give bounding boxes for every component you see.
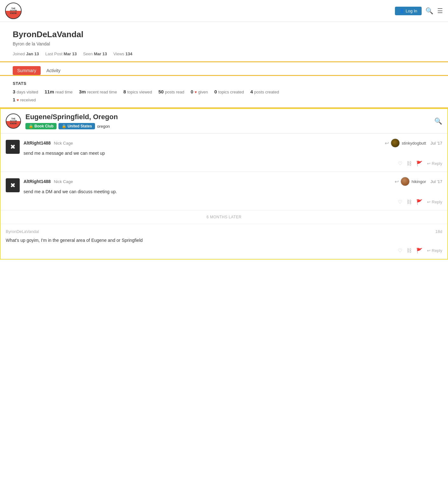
stat-read-time: 11m read time	[44, 89, 72, 94]
reply-avatar-stinky	[391, 139, 400, 147]
post-1-actions: ♡ ⛓ 🚩 ↩ Reply	[24, 160, 442, 167]
post-1-meta: AltRight1488 Nick Cage ↩ stinkydogbutt J…	[24, 139, 442, 147]
meta-last-post: Last Post Mar 13	[45, 51, 77, 56]
post-late-author[interactable]: ByronDeLaVandal	[6, 229, 39, 234]
lock-icon-us: 🔒	[62, 124, 66, 128]
lock-icon: 🔒	[29, 124, 33, 128]
post-2-display-name: Nick Cage	[54, 179, 73, 184]
reply-avatar-hiking	[401, 177, 410, 186]
post-2-content: send me a DM and we can discuss meeting …	[24, 188, 442, 195]
post-2: ✖ AltRight1488 Nick Cage ↩ hikingor Jul …	[1, 172, 447, 210]
reply-icon-late: ↩	[427, 248, 431, 253]
stat-days-visited: 3 days visited	[13, 89, 38, 94]
post-1: ✖ AltRight1488 Nick Cage ↩ stinkydogbutt…	[1, 133, 447, 172]
profile-meta: Joined Jan 13 Last Post Mar 13 Seen Mar …	[13, 51, 435, 56]
post-1-body: AltRight1488 Nick Cage ↩ stinkydogbutt J…	[24, 139, 442, 167]
post-1-like-button[interactable]: ♡	[398, 160, 402, 167]
post-2-actions: ♡ ⛓ 🚩 ↩ Reply	[24, 199, 442, 205]
post-late-bookmark-button[interactable]: 🚩	[416, 248, 423, 254]
stats-row-main: 3 days visited 11m read time 3m recent r…	[13, 89, 435, 94]
login-icon: 👤	[399, 9, 404, 13]
post-2-avatar: ✖	[6, 178, 20, 192]
stat-topics-viewed: 8 topics viewed	[123, 89, 152, 94]
reply-icon-1: ↩	[427, 161, 431, 166]
tag-oregon[interactable]: oregon	[97, 124, 110, 129]
stat-given: 0 ♥ given	[191, 89, 208, 94]
tag-united-states[interactable]: 🔒 United States	[58, 123, 95, 129]
post-1-avatar-symbol: ✖	[10, 143, 16, 151]
tab-summary[interactable]: Summary	[13, 66, 41, 75]
post-late-like-button[interactable]: ♡	[398, 248, 402, 254]
profile-section: ByronDeLaVandal Byron de la Vandal Joine…	[0, 22, 448, 62]
post-1-reply-button[interactable]: ↩ Reply	[427, 161, 442, 166]
stats-heading: STATS	[13, 81, 435, 86]
post-1-link-button[interactable]: ⛓	[407, 161, 412, 167]
post-late-header: ByronDeLaVandal 18d	[6, 229, 442, 234]
forum-logo: THEGOYIMKNOW	[6, 113, 21, 129]
post-2-author[interactable]: AltRight1488	[24, 179, 51, 184]
forum-section: THEGOYIMKNOW Eugene/Springfield, Oregon …	[0, 108, 448, 260]
tab-activity[interactable]: Activity	[42, 66, 65, 75]
reply-label-1: Reply	[432, 161, 442, 166]
reply-arrow-icon-1: ↩	[385, 140, 389, 146]
header-actions: 👤 Log In 🔍 ☰	[395, 7, 443, 15]
stat-posts-read: 50 posts read	[159, 89, 184, 94]
post-2-reply-button[interactable]: ↩ Reply	[427, 200, 442, 204]
forum-tags: 🔒 Book Club 🔒 United States oregon	[25, 123, 430, 129]
stat-received: 1 ♥ received	[13, 97, 36, 102]
meta-joined: Joined Jan 13	[13, 51, 39, 56]
post-late-content: What's up goyim, I'm in the general area…	[6, 237, 442, 244]
meta-views: Views 134	[113, 51, 132, 56]
post-2-layout: ✖ AltRight1488 Nick Cage ↩ hikingor Jul …	[6, 177, 442, 205]
login-button[interactable]: 👤 Log In	[395, 7, 422, 15]
post-1-author[interactable]: AltRight1488	[24, 140, 51, 146]
post-1-bookmark-button[interactable]: 🚩	[416, 160, 423, 167]
search-button[interactable]: 🔍	[425, 7, 433, 15]
post-1-avatar: ✖	[6, 140, 20, 154]
reply-arrow-icon-2: ↩	[395, 179, 399, 185]
site-header: THEGOYIMKNOW 👤 Log In 🔍 ☰	[0, 0, 448, 22]
reply-icon-2: ↩	[427, 200, 431, 204]
post-2-reply-to: hikingor	[411, 179, 426, 184]
login-label: Log In	[406, 9, 417, 13]
post-late-timestamp: 18d	[435, 229, 442, 234]
site-logo: THEGOYIMKNOW	[5, 3, 22, 19]
profile-username: ByronDeLaVandal	[13, 30, 435, 39]
post-1-reply-to: stinkydogbutt	[402, 141, 426, 146]
post-1-timestamp: Jul '17	[431, 141, 442, 146]
profile-tabs: Summary Activity	[0, 62, 448, 76]
post-2-author-area: AltRight1488 Nick Cage	[24, 179, 73, 184]
forum-title: Eugene/Springfield, Oregon	[25, 113, 430, 121]
post-2-meta: AltRight1488 Nick Cage ↩ hikingor Jul '1…	[24, 177, 442, 186]
forum-title-area: Eugene/Springfield, Oregon 🔒 Book Club 🔒…	[25, 113, 430, 129]
post-2-timestamp: Jul '17	[431, 179, 442, 184]
post-late-actions: ♡ ⛓ 🚩 ↩ Reply	[6, 248, 442, 254]
stat-topics-created: 0 topics created	[214, 89, 244, 94]
tag-book-club[interactable]: 🔒 Book Club	[25, 123, 57, 129]
heart-received-icon: ♥	[17, 98, 19, 102]
forum-search-button[interactable]: 🔍	[434, 117, 442, 125]
heart-given-icon: ♥	[194, 90, 197, 94]
post-late-reply-button[interactable]: ↩ Reply	[427, 248, 442, 253]
post-2-like-button[interactable]: ♡	[398, 199, 402, 205]
post-2-bookmark-button[interactable]: 🚩	[416, 199, 423, 205]
post-1-author-area: AltRight1488 Nick Cage	[24, 140, 73, 146]
stat-posts-created: 4 posts created	[250, 89, 279, 94]
menu-button[interactable]: ☰	[437, 7, 443, 15]
post-1-content: send me a message and we can meet up	[24, 150, 442, 157]
reply-label-2: Reply	[432, 200, 442, 204]
logo-area: THEGOYIMKNOW	[5, 3, 22, 19]
post-2-reply-info: ↩ hikingor Jul '17	[395, 177, 442, 186]
post-late-link-button[interactable]: ⛓	[407, 248, 412, 254]
post-1-layout: ✖ AltRight1488 Nick Cage ↩ stinkydogbutt…	[6, 139, 442, 167]
post-1-reply-info: ↩ stinkydogbutt Jul '17	[385, 139, 442, 147]
reply-label-late: Reply	[432, 248, 442, 253]
post-2-body: AltRight1488 Nick Cage ↩ hikingor Jul '1…	[24, 177, 442, 205]
profile-display-name: Byron de la Vandal	[13, 41, 435, 46]
stats-section: STATS 3 days visited 11m read time 3m re…	[0, 76, 448, 108]
post-2-link-button[interactable]: ⛓	[407, 199, 412, 205]
post-late: ByronDeLaVandal 18d What's up goyim, I'm…	[1, 224, 447, 259]
post-2-avatar-symbol: ✖	[10, 181, 16, 189]
post-1-display-name: Nick Cage	[54, 141, 73, 146]
stat-recent-read-time: 3m recent read time	[79, 89, 117, 94]
